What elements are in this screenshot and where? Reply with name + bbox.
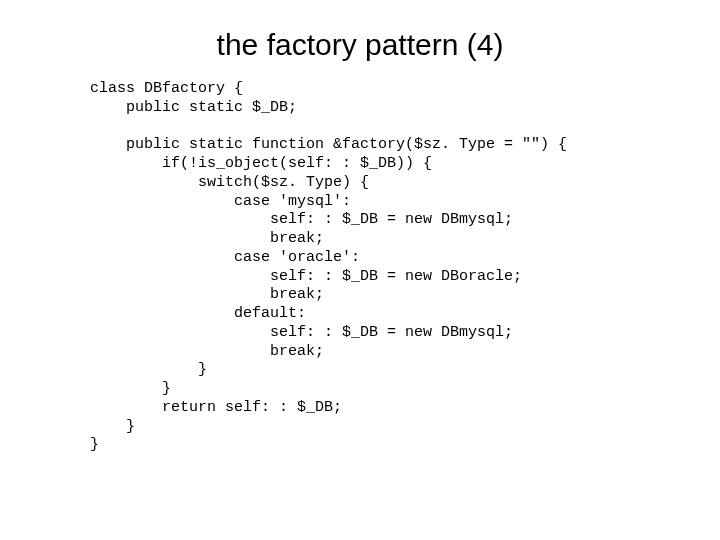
- slide-title: the factory pattern (4): [40, 28, 680, 62]
- slide: the factory pattern (4) class DBfactory …: [0, 0, 720, 540]
- code-block: class DBfactory { public static $_DB; pu…: [90, 80, 680, 455]
